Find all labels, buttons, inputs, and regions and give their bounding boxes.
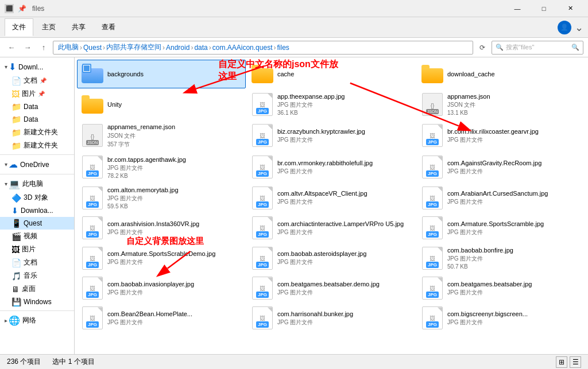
downloads2-icon: ⬇ [11,206,18,215]
sidebar-item-documents[interactable]: 📄 文档 📌 [0,74,74,87]
view-list-button[interactable]: ☰ [570,356,581,368]
file-item-com-bigscreen[interactable]: 🖼JPG com.bigscreenyr.bigscreen... JPG 图片… [417,304,586,332]
address-path[interactable]: 此电脑 › Quest › 内部共享存储空间 › Android › data … [53,41,473,55]
file-item-cache[interactable]: cache [247,60,416,88]
sidebar-item-data1[interactable]: 📁 Data [0,100,74,113]
sidebar-item-quest[interactable]: 📱 Quest [0,217,74,230]
unity-info: Unity [107,100,242,108]
file-item-com-armature-sports[interactable]: 🖼JPG com.Armature.SportsScramble.jpg JPG… [417,213,586,242]
file-item-com-bean2bean[interactable]: 🖼JPG com.Bean2Bean.HomePlate... JPG 图片文件 [77,304,246,332]
file-item-appnames-json[interactable]: {} JSON appnames.json JSON 文件 13.1 KB [417,90,586,119]
unity-name: Unity [107,100,242,108]
sidebar-item-desktop[interactable]: 🖥 桌面 [0,282,74,296]
sidebar-item-downloads[interactable]: ▾ ⬇ Downl... [0,60,74,74]
br-tapps-meta1: JPG 图片文件 [107,164,242,172]
com-armature-demo-info: com.Armature.SportsScrableDemo.jpg JPG 图… [107,250,242,266]
com-arabianart-info: com.ArabianArt.CursedSanctum.jpg JPG 图片文… [447,189,582,206]
tab-view[interactable]: 查看 [94,18,123,36]
tab-home[interactable]: 主页 [34,18,63,36]
sidebar-item-network[interactable]: ▸ 🌐 网络 [0,313,74,328]
file-item-com-beatgames-demo[interactable]: 🖼JPG com.beatgames.beatsaber.demo.jpg JP… [247,274,416,302]
sidebar-item-videos[interactable]: 🎬 视频 [0,230,74,243]
sidebar-item-data1-label: Data [24,103,38,111]
user-avatar[interactable]: 👤 [558,21,571,34]
file-item-com-altvr[interactable]: 🖼JPG com.altvr.AltspaceVR_Client.jpg JPG… [247,183,416,212]
tab-file[interactable]: 文件 [5,18,33,36]
file-item-com-baobab-asteroids[interactable]: 🖼JPG com.baobab.asteroidsplayer.jpg JPG … [247,243,416,273]
com-bean2bean-name: com.Bean2Bean.HomePlate... [107,310,242,318]
file-item-unity[interactable]: Unity [77,90,246,119]
com-baobab-asteroids-name: com.baobab.asteroidsplayer.jpg [277,250,412,258]
sidebar-item-new-folder2[interactable]: 📁 新建文件夹 [0,139,74,152]
file-item-com-harrisonahl[interactable]: 🖼JPG com.harrisonahl.bunker.jpg JPG 图片文件 [247,304,416,332]
forward-button[interactable]: → [21,41,34,55]
br-tapps-icon: 🖼JPG [81,156,104,178]
file-item-app-theexpanse[interactable]: 🖼 JPG app.theexpanse.app.jpg JPG 图片文件 36… [247,90,416,119]
file-item-com-againstgravity[interactable]: 🖼JPG com.AgainstGravity.RecRoom.jpg JPG … [417,153,586,182]
sidebar-item-onedrive[interactable]: ▾ ☁ OneDrive [0,157,74,172]
br-rilix-name: br.com.rilix.rilixcoaster.gearvr.jpg [447,127,582,135]
file-item-backgrounds[interactable]: backgrounds [77,60,246,88]
unity-folder-icon [81,93,104,116]
sidebar-item-3dobjects[interactable]: 🔷 3D 对象 [0,191,74,204]
sidebar-item-documents2[interactable]: 📄 文档 [0,256,74,269]
com-beatgames-full-icon: 🖼JPG [421,277,444,300]
com-bigscreen-icon: 🖼JPG [421,306,444,329]
sidebar-item-new-folder1[interactable]: 📁 新建文件夹 [0,126,74,139]
sidebar-item-windows[interactable]: 💾 Windows [0,296,74,308]
sidebar-item-downloads2[interactable]: ⬇ Downloa... [0,204,74,217]
view-grid-button[interactable]: ⊞ [556,356,567,368]
file-item-br-vrmonkey[interactable]: 🖼JPG br.com.vrmonkey.rabbitholefull.jpg … [247,153,416,182]
title-text: files [32,5,44,13]
com-altvr-meta: JPG 图片文件 [277,198,412,206]
com-againstgravity-meta: JPG 图片文件 [447,168,582,176]
file-item-com-baobab-invasion[interactable]: 🖼JPG com.baobab.invasionplayer.jpg JPG 图… [77,274,246,302]
file-item-com-arashivision[interactable]: 🖼JPG com.arashivision.Insta360VR.jpg JPG… [77,213,246,242]
file-item-com-archiac[interactable]: 🖼JPG com.archiactinteractive.LamperVRPro… [247,213,416,242]
refresh-button[interactable]: ⟳ [475,41,489,55]
sidebar-item-documents-label: 文档 [24,76,37,86]
search-submit-icon[interactable]: 🔍 [571,44,579,51]
sidebar-item-documents2-label: 文档 [24,258,37,267]
com-armature-demo-meta: JPG 图片文件 [107,258,242,266]
minimize-button[interactable]: — [504,0,531,17]
file-item-com-armature-demo[interactable]: 🖼JPG com.Armature.SportsScrableDemo.jpg … [77,243,246,273]
path-com-aaaicon[interactable]: com.AAAicon.quest [212,44,273,52]
com-baobab-asteroids-info: com.baobab.asteroidsplayer.jpg JPG 图片文件 [277,250,412,266]
file-item-appnames-rename[interactable]: {} JSON appnames_rename.json JSON 文件 357… [77,120,246,151]
path-data[interactable]: data [194,44,207,52]
download-cache-folder-icon [421,63,444,86]
file-item-biz-crazybunch[interactable]: 🖼JPG biz.crazybunch.kryptcrawler.jpg JPG… [247,120,416,151]
expand-ribbon-button[interactable]: ⌄ [575,21,583,34]
com-baobab-invasion-info: com.baobab.invasionplayer.jpg JPG 图片文件 [107,280,242,297]
sidebar-item-music[interactable]: 🎵 音乐 [0,269,74,282]
sidebar-item-windows-label: Windows [24,298,52,306]
sidebar: ▾ ⬇ Downl... 📄 文档 📌 🖼 图片 📌 📁 Data 📁 Data… [0,57,75,354]
path-thispc[interactable]: 此电脑 [58,42,79,52]
file-item-br-tapps[interactable]: 🖼JPG br.com.tapps.agenthawk.jpg JPG 图片文件… [77,153,246,182]
main-layout: ▾ ⬇ Downl... 📄 文档 📌 🖼 图片 📌 📁 Data 📁 Data… [0,57,588,354]
sidebar-item-data2[interactable]: 📁 Data [0,113,74,126]
tab-share[interactable]: 共享 [64,18,93,36]
search-box[interactable]: 🔍 搜索"files" 🔍 [492,41,583,55]
sidebar-item-pictures[interactable]: 🖼 图片 📌 [0,87,74,100]
back-button[interactable]: ← [5,41,18,55]
sidebar-item-thispc[interactable]: ▾ 💻 此电脑 [0,177,74,191]
com-baobab-invasion-icon: 🖼JPG [81,277,104,300]
appnames-rename-icon: {} JSON [81,124,104,147]
file-item-com-beatgames-full[interactable]: 🖼JPG com.beatgames.beatsaber.jpg JPG 图片文… [417,274,586,302]
path-quest[interactable]: Quest [83,44,102,52]
sidebar-item-pictures2[interactable]: 🖼 图片 [0,243,74,256]
sidebar-item-new-folder1-label: 新建文件夹 [24,127,58,137]
file-item-download-cache[interactable]: download_cache [417,60,586,88]
close-button[interactable]: ✕ [557,0,583,17]
file-item-br-rilix[interactable]: 🖼JPG br.com.rilix.rilixcoaster.gearvr.jp… [417,120,586,151]
path-android[interactable]: Android [166,44,189,52]
path-files[interactable]: files [277,44,289,52]
maximize-button[interactable]: □ [531,0,557,17]
path-storage[interactable]: 内部共享存储空间 [106,42,161,52]
file-item-com-baobab-bonfire[interactable]: 🖼JPG com.baobab.bonfire.jpg JPG 图片文件 50.… [417,243,586,273]
file-item-com-arabianart[interactable]: 🖼JPG com.ArabianArt.CursedSanctum.jpg JP… [417,183,586,212]
file-item-com-alton[interactable]: 🖼JPG com.alton.memorytab.jpg JPG 图片文件 59… [77,183,246,212]
up-button[interactable]: ↑ [37,41,51,55]
